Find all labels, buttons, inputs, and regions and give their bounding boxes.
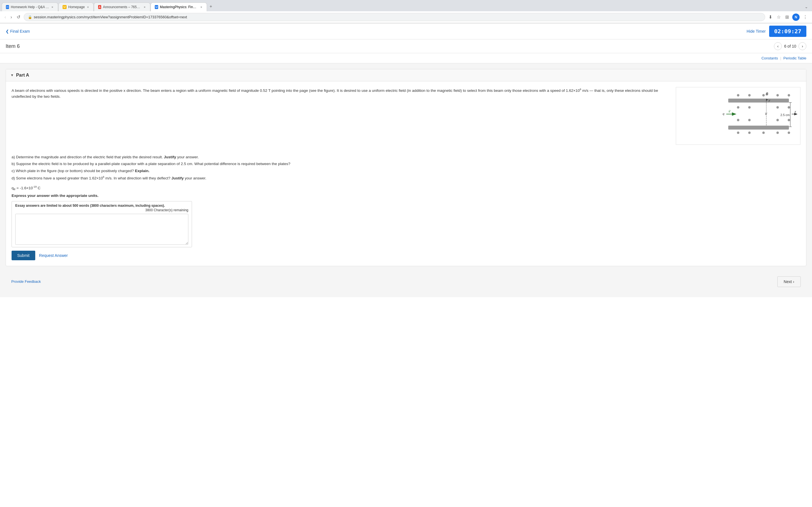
svg-text:⊗: ⊗: [788, 93, 790, 97]
svg-text:⊗: ⊗: [737, 131, 740, 135]
url-text: session.masteringphysics.com/myct/itemVi…: [34, 15, 761, 19]
header-right: Hide Timer 02:09:27: [747, 25, 806, 37]
svg-text:⊗: ⊗: [737, 118, 740, 122]
chars-remaining: 3800 Character(s) remaining: [15, 208, 188, 212]
back-button[interactable]: ‹: [3, 13, 7, 21]
forward-button[interactable]: ›: [9, 13, 13, 21]
svg-text:⊗: ⊗: [748, 118, 751, 122]
reload-button[interactable]: ↺: [15, 13, 21, 21]
part-a-title: Part A: [16, 73, 29, 78]
svg-text:B: B: [766, 92, 768, 96]
item-title: Item 6: [6, 43, 20, 49]
svg-text:⊗: ⊗: [776, 93, 779, 97]
svg-text:⊗: ⊗: [737, 105, 740, 109]
svg-text:V: V: [765, 112, 767, 115]
svg-text:⊗: ⊗: [762, 131, 765, 135]
more-tabs-button[interactable]: ⌄: [802, 2, 810, 11]
sub-question-d: d) Some electrons have a speed greater t…: [11, 174, 801, 182]
profile-button[interactable]: ⊞: [784, 13, 790, 21]
question-body: ⊗ B ⃗ ⊗ ⊗ ⊗ ⊗ y: [6, 81, 806, 266]
svg-text:⊗: ⊗: [788, 118, 790, 122]
physics-figure-container: ⊗ B ⃗ ⊗ ⊗ ⊗ ⊗ y: [676, 87, 801, 145]
tab-1-title: Homework Help - Q&A from O...: [11, 5, 49, 9]
resource-separator: |: [780, 56, 781, 60]
part-a-header: ▼ Part A: [6, 69, 806, 81]
page-info: 6 of 10: [784, 44, 796, 48]
sub-question-c: c) Which plate in the figure (top or bot…: [11, 168, 801, 174]
hide-timer-button[interactable]: Hide Timer: [747, 29, 766, 34]
sub-questions: a) Determine the magnitude and direction…: [11, 154, 801, 182]
request-answer-link[interactable]: Request Answer: [39, 253, 68, 258]
question-card: ▼ Part A ⊗ B ⃗ ⊗ ⊗ ⊗ ⊗: [6, 69, 806, 266]
essay-textarea[interactable]: [15, 214, 188, 245]
submit-button[interactable]: Submit: [11, 251, 35, 260]
tab-4-title: MasteringPhysics: Final Exam: [160, 5, 198, 9]
prev-page-button[interactable]: ‹: [774, 42, 782, 50]
bookmark-button[interactable]: ☆: [776, 13, 782, 21]
browser-chrome: H Homework Help - Q&A from O... × M Home…: [0, 0, 812, 23]
essay-box-wrapper: Essay answers are limited to about 500 w…: [11, 201, 192, 247]
svg-text:⊗: ⊗: [748, 93, 751, 97]
essay-limit-text: Essay answers are limited to about 500 w…: [15, 204, 188, 208]
physics-figure-svg: ⊗ B ⃗ ⊗ ⊗ ⊗ ⊗ y: [679, 90, 797, 141]
tab-1[interactable]: H Homework Help - Q&A from O... ×: [2, 3, 58, 11]
svg-text:⊗: ⊗: [788, 105, 790, 109]
next-chevron-icon: ›: [793, 279, 794, 284]
tab-bar: H Homework Help - Q&A from O... × M Home…: [0, 0, 812, 11]
page-footer: Provide Feedback Next ›: [6, 272, 806, 291]
svg-text:⊗: ⊗: [776, 118, 779, 122]
provide-feedback-link[interactable]: Provide Feedback: [11, 279, 41, 284]
tab-2-close[interactable]: ×: [87, 5, 89, 9]
back-to-exam-link[interactable]: ❮ Final Exam: [6, 29, 30, 34]
menu-button[interactable]: ⋮: [802, 13, 809, 21]
constants-link[interactable]: Constants: [762, 56, 778, 60]
svg-rect-25: [728, 126, 789, 129]
app-header: ❮ Final Exam Hide Timer 02:09:27: [0, 23, 812, 40]
svg-rect-7: [728, 99, 789, 103]
tab-2-favicon: M: [63, 5, 66, 9]
item-header: Item 6 ‹ 6 of 10 ›: [0, 40, 812, 53]
user-avatar[interactable]: N: [792, 13, 800, 21]
sub-question-b: b) Suppose the electric field is to be p…: [11, 161, 801, 167]
collapse-icon[interactable]: ▼: [10, 73, 14, 77]
tab-3-favicon: A: [98, 5, 101, 9]
tab-1-close[interactable]: ×: [51, 5, 54, 9]
charge-info: qe = -1.6×10-19 C: [11, 185, 801, 191]
tab-4-close[interactable]: ×: [200, 5, 203, 9]
main-content: ▼ Part A ⊗ B ⃗ ⊗ ⊗ ⊗ ⊗: [0, 63, 812, 297]
svg-text:⊗: ⊗: [776, 105, 779, 109]
timer-display: 02:09:27: [769, 25, 806, 37]
tab-3-close[interactable]: ×: [143, 5, 146, 9]
svg-text:2.5 cm: 2.5 cm: [780, 113, 790, 117]
tab-2[interactable]: M Homepage ×: [58, 3, 94, 11]
periodic-table-link[interactable]: Periodic Table: [783, 56, 806, 60]
next-label: Next: [784, 279, 792, 284]
resources-bar: Constants | Periodic Table: [0, 53, 812, 63]
svg-text:⊗: ⊗: [748, 131, 751, 135]
svg-text:q: q: [723, 112, 725, 115]
address-bar: ‹ › ↺ 🔒 session.masteringphysics.com/myc…: [0, 11, 812, 23]
svg-text:⊗: ⊗: [762, 93, 765, 97]
tab-2-title: Homepage: [68, 5, 85, 9]
svg-text:⊗: ⊗: [737, 93, 740, 97]
download-button[interactable]: ⬇: [767, 13, 773, 21]
next-button[interactable]: Next ›: [777, 276, 801, 287]
tab-4[interactable]: M MasteringPhysics: Final Exam ×: [151, 3, 207, 11]
tab-1-favicon: H: [6, 5, 9, 9]
svg-text:v⃗: v⃗: [728, 110, 730, 113]
answer-actions: Submit Request Answer: [11, 251, 801, 260]
svg-text:⊗: ⊗: [776, 131, 779, 135]
svg-text:⊗: ⊗: [788, 131, 790, 135]
browser-actions: ⬇ ☆ ⊞ N ⋮: [767, 13, 809, 21]
new-tab-button[interactable]: +: [207, 2, 214, 11]
url-bar[interactable]: 🔒 session.masteringphysics.com/myct/item…: [24, 13, 765, 21]
sub-question-a: a) Determine the magnitude and direction…: [11, 154, 801, 161]
pagination: ‹ 6 of 10 ›: [774, 42, 806, 50]
tab-3-title: Announcements – 7651_2225C...: [103, 5, 142, 9]
tab-3[interactable]: A Announcements – 7651_2225C... ×: [94, 3, 150, 11]
tab-4-favicon: M: [155, 5, 158, 9]
svg-text:⊗: ⊗: [748, 105, 751, 109]
next-page-button[interactable]: ›: [799, 42, 806, 50]
lock-icon: 🔒: [28, 15, 32, 19]
express-answer-label: Express your answer with the appropriate…: [11, 193, 801, 198]
